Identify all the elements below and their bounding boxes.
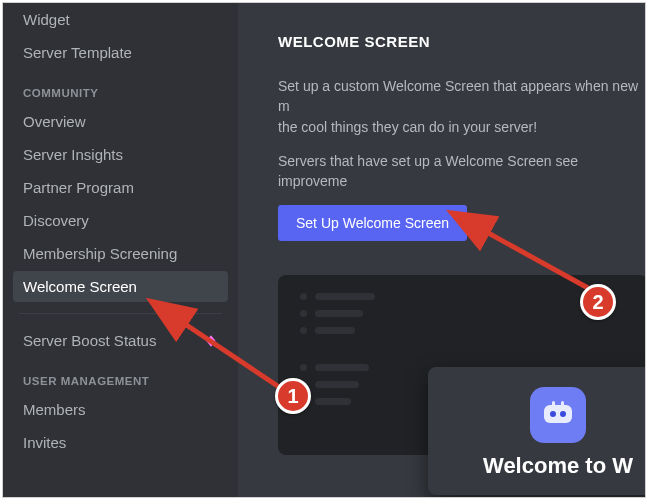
sidebar-item-label: Partner Program (23, 179, 134, 196)
sidebar-item-label: Invites (23, 434, 66, 451)
sidebar-item-discovery[interactable]: Discovery (13, 205, 228, 236)
boost-icon (204, 334, 218, 348)
svg-rect-0 (544, 405, 572, 423)
welcome-preview-panel: Welcome to W (278, 275, 646, 455)
sidebar-item-membership-screening[interactable]: Membership Screening (13, 238, 228, 269)
description-2: Servers that have set up a Welcome Scree… (278, 151, 646, 192)
sidebar-item-label: Welcome Screen (23, 278, 137, 295)
sidebar-item-members[interactable]: Members (13, 394, 228, 425)
section-header-community: COMMUNITY (13, 69, 228, 105)
welcome-modal-title: Welcome to W (483, 453, 633, 479)
settings-sidebar: Widget Server Template COMMUNITY Overvie… (3, 3, 238, 497)
svg-point-1 (550, 411, 556, 417)
sidebar-item-label: Overview (23, 113, 86, 130)
svg-point-2 (560, 411, 566, 417)
svg-rect-4 (561, 401, 564, 407)
sidebar-item-label: Discovery (23, 212, 89, 229)
welcome-modal-preview: Welcome to W (428, 367, 646, 495)
svg-rect-3 (552, 401, 555, 407)
server-avatar-icon (530, 387, 586, 443)
sidebar-item-label: Server Insights (23, 146, 123, 163)
sidebar-item-partner-program[interactable]: Partner Program (13, 172, 228, 203)
sidebar-item-label: Widget (23, 11, 70, 28)
sidebar-item-label: Membership Screening (23, 245, 177, 262)
page-title: WELCOME SCREEN (278, 33, 646, 50)
sidebar-item-invites[interactable]: Invites (13, 427, 228, 458)
sidebar-item-server-insights[interactable]: Server Insights (13, 139, 228, 170)
section-header-user-management: USER MANAGEMENT (13, 357, 228, 393)
sidebar-item-server-template[interactable]: Server Template (13, 37, 228, 68)
sidebar-item-label: Server Template (23, 44, 132, 61)
sidebar-item-widget[interactable]: Widget (13, 4, 228, 35)
main-content: WELCOME SCREEN Set up a custom Welcome S… (238, 3, 646, 497)
setup-welcome-screen-button[interactable]: Set Up Welcome Screen (278, 205, 467, 241)
sidebar-item-server-boost-status[interactable]: Server Boost Status (13, 325, 228, 356)
sidebar-item-welcome-screen[interactable]: Welcome Screen (13, 271, 228, 302)
divider (19, 313, 222, 314)
sidebar-item-label: Server Boost Status (23, 332, 156, 349)
sidebar-item-overview[interactable]: Overview (13, 106, 228, 137)
description-1: Set up a custom Welcome Screen that appe… (278, 76, 646, 137)
sidebar-item-label: Members (23, 401, 86, 418)
